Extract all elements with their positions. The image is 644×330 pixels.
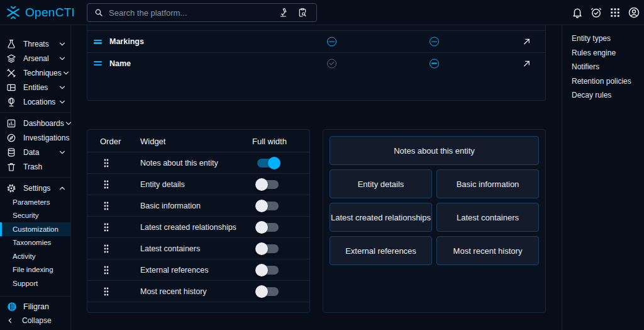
drag-indicator-icon[interactable] <box>103 222 110 232</box>
nav-decay-rules[interactable]: Decay rules <box>572 88 644 103</box>
filigran-logo-icon <box>6 301 18 312</box>
database-icon <box>6 147 16 157</box>
preview-widget: Entity details <box>330 169 432 198</box>
full-width-toggle[interactable] <box>257 244 279 253</box>
sidebar-item-threats[interactable]: Threats <box>0 37 70 51</box>
full-width-toggle[interactable] <box>257 202 279 210</box>
sidebar-item-dashboards[interactable]: Dashboards <box>0 116 70 130</box>
sidebar-item-investigations[interactable]: Investigations <box>0 130 70 145</box>
sidebar-item-locations[interactable]: Locations <box>0 94 70 109</box>
gear-icon <box>6 183 16 193</box>
full-width-toggle[interactable] <box>257 287 279 296</box>
full-width-toggle[interactable] <box>257 180 279 189</box>
layers-icon <box>6 54 16 64</box>
external-arrow-icon[interactable] <box>522 37 531 47</box>
table-header: Order Widget Full width <box>87 130 309 152</box>
sidebar-item-activity[interactable]: Activity <box>0 249 70 263</box>
chevron-down-icon <box>58 40 67 48</box>
minus-circle-icon[interactable] <box>327 37 336 47</box>
divider <box>0 177 70 178</box>
sidebar-item-entities[interactable]: Entities <box>0 80 70 94</box>
sidebar-item-customization[interactable]: Customization <box>0 222 70 236</box>
widget-row-basic-information: Basic information <box>87 195 309 217</box>
chevron-down-icon <box>64 119 73 128</box>
widget-row-most-recent-history: Most recent history <box>87 281 309 302</box>
drag-indicator-icon[interactable] <box>103 244 110 254</box>
overview-widgets-table: Order Widget Full width Notes about this… <box>87 129 310 313</box>
preview-widget: Latest containers <box>436 203 539 232</box>
sidebar-item-settings[interactable]: Settings <box>0 181 70 195</box>
storage-icon <box>6 82 16 93</box>
bell-icon[interactable] <box>571 6 584 19</box>
drag-indicator-icon[interactable] <box>103 201 110 211</box>
preview-widget: External references <box>330 236 432 265</box>
flask-icon <box>6 39 16 49</box>
widget-row-latest-created-relationships: Latest created relationships <box>87 217 309 238</box>
preview-widget: Most recent history <box>436 236 539 265</box>
main-content: Markings Name OVERVIEW LAYOUT CUSTOMIZAT… <box>71 25 562 330</box>
app-title: OpenCTI <box>25 6 75 20</box>
preview-widget: Basic information <box>436 169 539 198</box>
account-icon[interactable] <box>628 6 640 19</box>
nav-entity-types[interactable]: Entity types <box>572 31 644 46</box>
preview-widget: Notes about this entity <box>330 136 539 165</box>
nav-notifiers[interactable]: Notifiers <box>572 60 644 74</box>
alarm-check-icon[interactable] <box>590 6 602 19</box>
nav-rules-engine[interactable]: Rules engine <box>572 46 644 60</box>
chevron-up-icon <box>58 184 67 193</box>
chevron-down-icon <box>58 148 67 157</box>
widget-row-latest-containers: Latest containers <box>87 238 309 259</box>
chevron-down-icon <box>58 98 67 106</box>
divider <box>0 112 70 113</box>
attributes-table: Markings Name <box>87 25 546 101</box>
full-width-toggle[interactable] <box>257 159 279 168</box>
apps-grid-icon[interactable] <box>609 6 621 19</box>
drag-indicator-icon[interactable] <box>103 265 110 275</box>
sidebar-item-support[interactable]: Support <box>0 276 70 290</box>
search-bar[interactable] <box>87 3 317 22</box>
drag-indicator-icon[interactable] <box>103 287 110 297</box>
table-row-name: Name <box>87 53 545 74</box>
divider <box>0 296 70 297</box>
filigran-link[interactable]: Filigran <box>0 300 70 314</box>
sidebar-item-taxonomies[interactable]: Taxonomies <box>0 236 70 250</box>
nav-retention-policies[interactable]: Retention policies <box>572 74 644 89</box>
sidebar-item-techniques[interactable]: Techniques <box>0 65 70 80</box>
widget-row-notes: Notes about this entity <box>87 152 309 174</box>
trash-icon <box>6 162 16 172</box>
full-width-toggle[interactable] <box>257 266 279 275</box>
drag-indicator-icon[interactable] <box>103 179 110 190</box>
sidebar-item-data[interactable]: Data <box>0 145 70 159</box>
external-arrow-icon[interactable] <box>522 59 531 68</box>
sidebar-item-trash[interactable]: Trash <box>0 159 70 174</box>
sidebar-item-file-indexing[interactable]: File indexing <box>0 263 70 277</box>
drag-handle-icon[interactable] <box>94 59 102 67</box>
widget-row-external-references: External references <box>87 259 309 281</box>
topbar-actions <box>571 0 640 25</box>
chevron-down-icon <box>58 54 67 63</box>
full-width-toggle[interactable] <box>257 223 279 232</box>
check-circle-icon[interactable] <box>327 59 336 68</box>
minus-circle-icon[interactable] <box>430 37 439 47</box>
table-row-markings: Markings <box>87 31 545 53</box>
minus-circle-icon[interactable] <box>430 59 439 68</box>
sidebar-item-security[interactable]: Security <box>0 209 70 223</box>
sidebar-item-parameters[interactable]: Parameters <box>0 195 70 209</box>
sidebar-item-arsenal[interactable]: Arsenal <box>0 51 70 65</box>
sidebar-footer: Filigran Collapse <box>0 293 70 330</box>
search-input[interactable] <box>104 8 279 18</box>
compass-icon <box>6 133 16 143</box>
widget-row-entity-details: Entity details <box>87 174 309 195</box>
drag-handle-icon[interactable] <box>94 38 102 45</box>
drag-indicator-icon[interactable] <box>103 158 110 168</box>
paste-search-icon[interactable] <box>297 8 308 18</box>
globe-icon <box>6 97 16 107</box>
advanced-search-icon[interactable] <box>279 8 289 18</box>
table-row-clipped <box>87 25 545 31</box>
opencti-logo[interactable]: OpenCTI <box>0 4 87 21</box>
search-icon <box>94 8 104 18</box>
chevron-down-icon <box>62 69 70 77</box>
right-page-nav: Entity types Rules engine Notifiers Rete… <box>562 25 644 330</box>
top-bar: OpenCTI <box>0 0 644 25</box>
collapse-button[interactable]: Collapse <box>0 314 70 327</box>
